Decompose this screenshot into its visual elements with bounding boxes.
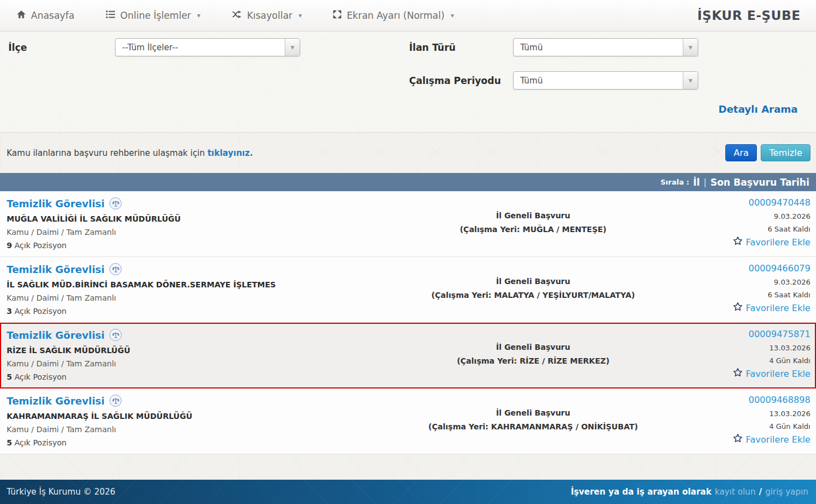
detayli-arama-link[interactable]: Detaylı Arama [718,103,798,115]
time-remaining: 6 Saat Kaldı [682,291,810,299]
ilan-turu-select[interactable]: Tümü ▼ [513,38,698,56]
ilan-turu-selected-value: Tümü [514,43,683,53]
dropdown-arrow-icon: ▼ [683,72,698,89]
job-type: Kamu / Daimi / Tam Zamanlı [7,359,384,368]
favorites-label: Favorilere Ekle [746,237,810,248]
job-listing-row: Temizlik Görevlisi İL SAĞLIK MÜD.BİRİNCİ… [0,257,816,323]
search-filter-panel: İlçe --Tüm İlçeler-- ▼ İlan Türü Tümü ▼ … [0,32,816,133]
list-icon [106,10,116,21]
add-to-favorites-button[interactable]: Favorilere Ekle [682,368,810,380]
employer-name: İL SAĞLIK MÜD.BİRİNCİ BASAMAK DÖNER.SERM… [7,280,384,289]
sort-bar: Sırala : İl | Son Başvuru Tarihi [0,173,816,191]
employer-name: RİZE İL SAĞLIK MÜDÜRLÜĞÜ [7,346,384,355]
job-type: Kamu / Daimi / Tam Zamanlı [7,228,384,237]
calisma-periyodu-selected-value: Tümü [514,76,683,86]
workplace: (Çalışma Yeri: RİZE / RİZE MERKEZ) [384,356,682,365]
workplace: (Çalışma Yeri: MALATYA / YEŞİLYURT/MALAT… [384,291,682,300]
nav-item-ekran-ayari[interactable]: Ekran Ayarı (Normal) ▾ [333,10,454,21]
open-positions: 3 Açık Pozisyon [7,307,384,316]
job-listing-row: Temizlik Görevlisi MUĞLA VALİLİĞİ İL SAĞ… [0,191,816,257]
job-id-link[interactable]: 00009475871 [682,329,810,339]
public-institution-scales-icon [109,197,122,209]
star-icon [733,302,743,314]
application-scope: İl Geneli Başvuru [384,277,682,286]
chevron-down-icon: ▾ [451,12,454,19]
application-scope: İl Geneli Başvuru [384,211,682,220]
favorites-label: Favorilere Ekle [746,303,810,313]
deadline-date: 9.03.2026 [682,278,810,286]
ilce-label: İlçe [8,42,115,53]
search-button[interactable]: Ara [725,144,757,161]
add-to-favorites-button[interactable]: Favorilere Ekle [682,433,810,445]
app-title: İŞKUR E-ŞUBE [697,8,801,23]
sort-by-province-link[interactable]: İl [693,177,700,188]
deadline-date: 13.03.2026 [682,344,810,352]
employer-name: MUĞLA VALİLİĞİ İL SAĞLIK MÜDÜRLÜĞÜ [7,214,384,223]
calisma-periyodu-label: Çalışma Periyodu [409,75,513,86]
footer-cta-text: İşveren ya da iş arayan olarak [571,487,711,497]
star-icon [733,433,743,445]
open-positions: 5 Açık Pozisyon [7,372,384,381]
job-id-link[interactable]: 00009468898 [682,395,810,405]
deadline-date: 13.03.2026 [682,410,810,418]
job-title-link[interactable]: Temizlik Görevlisi [7,329,104,341]
application-scope: İl Geneli Başvuru [384,343,682,351]
open-positions: 9 Açık Pozisyon [7,241,384,250]
top-navigation-bar: Anasayfa Online İşlemler ▾ Kısayollar ▾ [0,0,816,32]
sort-label: Sırala : [661,178,689,186]
shuffle-icon [232,10,242,21]
chevron-down-icon: ▾ [299,12,302,19]
public-institution-scales-icon [109,329,122,341]
job-listing-row-highlighted: Temizlik Görevlisi RİZE İL SAĞLIK MÜDÜRL… [0,323,816,389]
star-icon [733,368,743,380]
footer-separator: / [759,487,762,497]
add-to-favorites-button[interactable]: Favorilere Ekle [682,236,810,248]
job-listing-row: Temizlik Görevlisi KAHRAMANMARAŞ İL SAĞL… [0,389,816,454]
info-action-bar: Kamu ilanlarına başvuru rehberine ulaşma… [0,133,816,173]
job-title-link[interactable]: Temizlik Görevlisi [7,264,104,275]
ilce-select[interactable]: --Tüm İlçeler-- ▼ [115,38,300,56]
chevron-down-icon: ▾ [197,12,201,19]
dropdown-arrow-icon: ▼ [683,39,698,56]
ilan-turu-label: İlan Türü [409,42,513,53]
nav-label: Ekran Ayarı (Normal) [347,10,444,21]
application-scope: İl Geneli Başvuru [384,408,682,417]
public-guide-text: Kamu ilanlarına başvuru rehberine ulaşma… [7,148,253,158]
star-icon [733,236,743,248]
job-title-link[interactable]: Temizlik Görevlisi [7,395,104,407]
job-results-list: Sırala : İl | Son Başvuru Tarihi Temizli… [0,173,816,454]
nav-item-online-islemler[interactable]: Online İşlemler ▾ [106,10,201,21]
job-title-link[interactable]: Temizlik Görevlisi [7,198,104,209]
job-type: Kamu / Daimi / Tam Zamanlı [7,293,384,302]
public-institution-scales-icon [109,263,122,275]
dropdown-arrow-icon: ▼ [285,39,300,56]
register-link[interactable]: kayıt olun [715,487,756,497]
job-type: Kamu / Daimi / Tam Zamanlı [7,425,384,434]
time-remaining: 6 Saat Kaldı [682,225,810,233]
clear-button[interactable]: Temizle [761,144,810,161]
workplace: (Çalışma Yeri: MUĞLA / MENTEŞE) [384,225,682,234]
deadline-date: 9.03.2026 [682,212,810,221]
nav-item-anasayfa[interactable]: Anasayfa [17,10,75,21]
home-icon [17,10,26,21]
nav-label: Kısayollar [247,10,292,21]
add-to-favorites-button[interactable]: Favorilere Ekle [682,302,810,314]
nav-item-kisayollar[interactable]: Kısayollar ▾ [232,10,302,21]
time-remaining: 4 Gün Kaldı [682,356,810,365]
favorites-label: Favorilere Ekle [746,434,810,445]
time-remaining: 4 Gün Kaldı [682,422,810,431]
sort-separator: | [704,177,707,187]
tiklayiniz-link[interactable]: tıklayınız. [207,148,253,158]
open-positions: 5 Açık Pozisyon [7,438,384,447]
job-id-link[interactable]: 00009466079 [682,263,810,274]
calisma-periyodu-select[interactable]: Tümü ▼ [513,71,698,90]
sort-by-deadline-link[interactable]: Son Başvuru Tarihi [710,177,809,188]
public-institution-scales-icon [109,395,122,407]
nav-label: Anasayfa [31,10,75,21]
employer-name: KAHRAMANMARAŞ İL SAĞLIK MÜDÜRLÜĞÜ [7,412,384,421]
workplace: (Çalışma Yeri: KAHRAMANMARAŞ / ONİKİŞUBA… [384,422,682,431]
footer: Türkiye İş Kurumu © 2026 İşveren ya da i… [0,480,816,504]
ilce-selected-value: --Tüm İlçeler-- [116,43,285,53]
login-link[interactable]: giriş yapın [765,487,808,497]
job-id-link[interactable]: 00009470448 [682,197,810,208]
